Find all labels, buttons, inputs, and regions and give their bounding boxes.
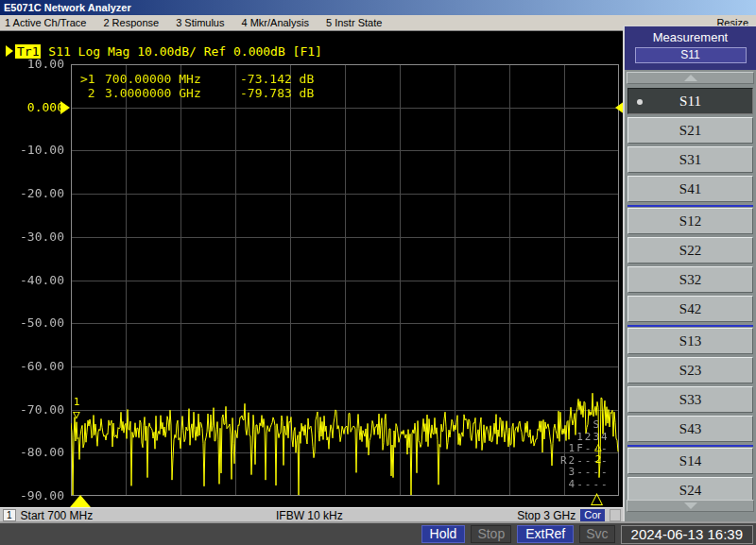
softkey-button-s41[interactable]: S41 <box>627 176 753 202</box>
softkey-label: S12 <box>679 213 701 230</box>
softkey-button-s21[interactable]: S21 <box>627 117 753 144</box>
softkey-label: S22 <box>679 243 701 259</box>
softkey-label: S43 <box>679 421 701 437</box>
window-title: E5071C Network Analyzer <box>4 2 131 13</box>
softkey-label: S33 <box>679 392 701 408</box>
softkey-label: S11 <box>679 94 701 110</box>
trace-marker-1: 1▽ <box>66 396 87 421</box>
y-axis-label: -20.00 <box>6 186 64 200</box>
sweep-start-marker-icon <box>70 495 91 507</box>
ifbw-readout: IFBW 10 kHz <box>276 509 343 522</box>
y-axis-label: -10.00 <box>6 143 64 157</box>
menu-item[interactable]: 5 Instr State <box>326 17 382 28</box>
softkey-button-s32[interactable]: S32 <box>627 266 753 293</box>
y-axis-label: -50.00 <box>6 315 64 330</box>
hold-indicator: Hold <box>421 525 466 543</box>
softkey-button-s14[interactable]: S14 <box>627 448 753 474</box>
softkey-button-s33[interactable]: S33 <box>627 386 753 413</box>
channel-number-badge: 1 <box>3 509 16 521</box>
marker-readout: >1 700.00000 MHz -73.142 dB 2 3.0000000 … <box>80 72 314 100</box>
marker-2-readout: 2 3.0000000 GHz -79.783 dB <box>80 86 314 100</box>
sweep-stop-marker-icon: △ <box>591 489 603 507</box>
softkey-button-list: S11S21S31S41S12S22S32S42S13S23S33S43S14S… <box>627 88 753 506</box>
start-frequency: Start 700 MHz <box>21 509 94 522</box>
reference-level-marker-left <box>60 101 70 114</box>
softkey-label: S41 <box>679 181 701 197</box>
softkey-label: S21 <box>679 123 701 139</box>
softkey-button-s11[interactable]: S11 <box>627 88 753 114</box>
status-left: 1 Start 700 MHz <box>3 508 93 522</box>
softkey-scroll-down-button[interactable] <box>627 500 754 512</box>
marker-1-readout: >1 700.00000 MHz -73.142 dB <box>80 72 314 86</box>
softkey-button-s22[interactable]: S22 <box>627 237 753 264</box>
softkey-label: S24 <box>679 483 701 499</box>
channel-status-bar: 1 Start 700 MHz IFBW 10 kHz Stop 3 GHz C… <box>0 507 625 521</box>
softkey-button-s13[interactable]: S13 <box>627 328 753 354</box>
selected-dot-icon <box>637 99 643 105</box>
status-right: Stop 3 GHz Cor <box>517 508 621 522</box>
softkey-label: S13 <box>679 333 701 349</box>
softkey-button-s43[interactable]: S43 <box>627 416 753 442</box>
menu-item[interactable]: 1 Active Ch/Trace <box>5 17 86 28</box>
softkey-label: S42 <box>679 301 701 317</box>
y-axis-label: -70.00 <box>6 402 64 417</box>
correction-badge: Cor <box>580 509 605 521</box>
menu-item[interactable]: 2 Response <box>103 17 159 28</box>
softkey-current-selection: S11 <box>635 47 747 63</box>
y-axis-label: -90.00 <box>6 488 64 502</box>
softkey-sidebar: Measurement S11 S11S21S31S41S12S22S32S42… <box>623 26 756 521</box>
stop-frequency: Stop 3 GHz <box>517 509 576 522</box>
softkey-label: S23 <box>679 363 701 379</box>
y-axis-label: -30.00 <box>6 230 64 244</box>
svc-indicator: Svc <box>579 525 614 543</box>
y-axis-label: -40.00 <box>6 273 64 287</box>
s11-trace-canvas <box>71 64 619 496</box>
scroll-up-icon <box>684 75 697 81</box>
trace-marker-2: △2 <box>588 440 609 466</box>
y-axis-label: 10.00 <box>6 57 64 71</box>
softkey-group-divider <box>627 445 753 447</box>
y-axis-label: 0.000 <box>6 100 64 114</box>
softkey-scroll-up-button[interactable] <box>627 72 754 84</box>
menu-item[interactable]: 4 Mkr/Analysis <box>241 17 309 28</box>
softkey-label: S14 <box>679 453 701 469</box>
graticule-plot: >1 700.00000 MHz -73.142 dB 2 3.0000000 … <box>71 64 619 496</box>
menu-item[interactable]: 3 Stimulus <box>176 17 224 28</box>
y-axis-label: -60.00 <box>6 359 64 373</box>
softkey-button-s23[interactable]: S23 <box>627 357 753 383</box>
instrument-status-bar: Hold Stop ExtRef Svc 2024-06-13 16:39 <box>0 521 756 545</box>
softkey-menu-title: Measurement <box>625 26 756 47</box>
softkey-button-s42[interactable]: S42 <box>627 296 753 322</box>
scroll-down-icon <box>684 502 697 509</box>
y-axis-label: -80.00 <box>6 445 64 459</box>
menu-bar-items: 1 Active Ch/Trace2 Response3 Stimulus4 M… <box>0 17 382 28</box>
extref-indicator: ExtRef <box>517 525 574 543</box>
softkey-button-s12[interactable]: S12 <box>627 208 753 234</box>
softkey-group-divider <box>627 205 753 207</box>
status-spacer <box>610 509 621 521</box>
softkey-button-s31[interactable]: S31 <box>627 146 753 173</box>
active-trace-arrow-icon <box>6 45 13 57</box>
instrument-screen: Tr1 S11 Log Mag 10.00dB/ Ref 0.000dB [F1… <box>0 31 625 521</box>
sweep-stop-indicator: Stop <box>471 525 511 543</box>
softkey-header: Measurement S11 <box>625 26 756 70</box>
softkey-group-divider <box>627 325 753 327</box>
softkey-label: S31 <box>679 152 701 168</box>
datetime-display: 2024-06-13 16:39 <box>621 525 753 544</box>
window-title-bar: E5071C Network Analyzer <box>0 0 756 15</box>
trace-format: S11 Log Mag 10.00dB/ Ref 0.000dB [F1] <box>41 44 321 59</box>
softkey-label: S32 <box>679 272 701 288</box>
